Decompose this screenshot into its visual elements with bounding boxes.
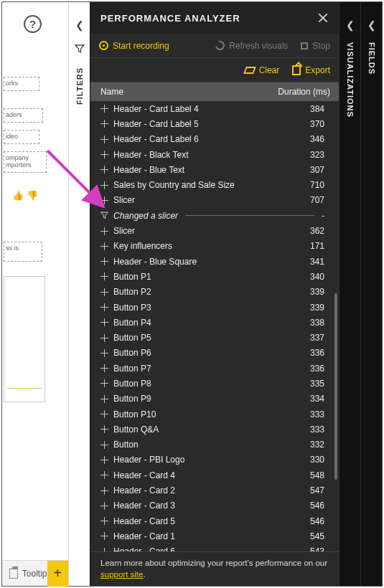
expand-icon[interactable]: [100, 517, 108, 525]
chevron-left-icon[interactable]: ❮: [367, 19, 376, 31]
expand-icon[interactable]: [100, 487, 108, 495]
perf-row[interactable]: Button P5337: [90, 330, 333, 345]
help-icon[interactable]: ?: [24, 15, 42, 33]
expand-icon[interactable]: [100, 379, 108, 387]
support-site-link[interactable]: support site: [100, 570, 143, 579]
expand-icon[interactable]: [100, 303, 108, 311]
perf-row[interactable]: Header - Card 6543: [90, 544, 333, 551]
perf-row[interactable]: Button P10333: [90, 407, 333, 422]
expand-icon[interactable]: [100, 318, 108, 326]
row-name: Button P10: [113, 409, 156, 419]
expand-icon[interactable]: [100, 532, 108, 540]
clear-button[interactable]: Clear: [245, 65, 280, 75]
canvas-object[interactable]: [4, 276, 45, 402]
expand-icon[interactable]: [100, 166, 108, 174]
canvas-object[interactable]: orks: [4, 77, 39, 91]
row-duration: 333: [310, 409, 324, 419]
row-name: Header - Black Text: [113, 150, 189, 160]
perf-row[interactable]: Slicer707: [90, 193, 333, 208]
perf-row[interactable]: Button P4338: [90, 315, 333, 330]
expand-icon[interactable]: [100, 441, 108, 449]
expand-icon[interactable]: [100, 288, 108, 296]
expand-icon[interactable]: [100, 349, 108, 357]
perf-row[interactable]: Button P8335: [90, 376, 333, 391]
expand-icon[interactable]: [100, 395, 108, 403]
perf-row[interactable]: Button332: [90, 437, 333, 452]
perf-row[interactable]: Header - Card 3546: [90, 498, 333, 513]
expand-icon[interactable]: [100, 151, 108, 158]
perf-row[interactable]: Header - Card 1545: [90, 528, 333, 544]
perf-row[interactable]: Button P2339: [90, 285, 333, 300]
scrollbar-thumb[interactable]: [334, 293, 337, 480]
perf-row[interactable]: Header - Blue Text307: [90, 162, 333, 177]
perf-rows-viewport[interactable]: Header - Card Label 4384Header - Card La…: [90, 101, 339, 551]
expand-icon[interactable]: [100, 456, 108, 464]
expand-icon[interactable]: [100, 105, 108, 113]
expand-icon[interactable]: [100, 548, 108, 551]
expand-icon[interactable]: [100, 136, 108, 143]
perf-row[interactable]: Sales by Country and Sale Size710: [90, 177, 333, 192]
perf-row[interactable]: Header - Card Label 4384: [90, 101, 333, 116]
perf-row[interactable]: Header - Card Label 6346: [90, 132, 333, 147]
expand-icon[interactable]: [100, 272, 108, 280]
add-page-button[interactable]: +: [47, 561, 68, 587]
perf-row[interactable]: Header - Black Text323: [90, 147, 333, 162]
perf-row[interactable]: Button P7336: [90, 361, 333, 376]
expand-icon[interactable]: [100, 120, 108, 128]
page-tab-tooltip[interactable]: Tooltip: [22, 569, 47, 579]
refresh-visuals-button[interactable]: Refresh visuals: [215, 41, 288, 51]
row-name: Key influencers: [113, 241, 172, 251]
chevron-left-icon[interactable]: ❮: [346, 19, 355, 31]
perf-row[interactable]: Header - Blue Square341: [90, 254, 333, 269]
perf-table-header: Name Duration (ms): [90, 82, 339, 101]
perf-row[interactable]: Button P1340: [90, 269, 333, 284]
close-icon[interactable]: [317, 12, 329, 24]
row-duration: 333: [310, 425, 324, 435]
perf-row[interactable]: Slicer362: [90, 223, 333, 238]
perf-row[interactable]: Button Q&A333: [90, 422, 333, 437]
canvas-object[interactable]: ss is: [4, 242, 42, 262]
perf-row[interactable]: Header - Card 4548: [90, 468, 333, 483]
expand-icon[interactable]: [100, 364, 108, 372]
feedback-icons[interactable]: 👍 👎: [12, 190, 38, 201]
perf-row[interactable]: Header - Card 5546: [90, 513, 333, 528]
fields-pane-collapsed[interactable]: ❮ FIELDS: [360, 2, 382, 586]
filters-pane-collapsed[interactable]: ❮ FILTERS: [68, 2, 90, 586]
perf-row[interactable]: Button P3339: [90, 300, 333, 315]
row-name: Button: [113, 440, 139, 450]
row-name: Button P7: [113, 364, 151, 374]
perf-row[interactable]: Key influencers171: [90, 239, 333, 254]
perf-row[interactable]: Header - Card Label 5370: [90, 116, 333, 131]
row-name: Header - Card 1: [113, 531, 175, 541]
visualizations-pane-collapsed[interactable]: ❮ VISUALIZATIONS: [339, 2, 360, 586]
start-recording-button[interactable]: Start recording: [99, 41, 169, 51]
row-name: Button P6: [113, 348, 151, 358]
expand-icon[interactable]: [100, 425, 108, 433]
canvas-object[interactable]: aders: [4, 108, 43, 123]
perf-row[interactable]: Button P6336: [90, 346, 333, 361]
expand-icon[interactable]: [100, 410, 108, 418]
row-duration: 547: [310, 485, 324, 495]
expand-icon[interactable]: [100, 196, 108, 204]
row-name: Slicer: [113, 195, 135, 205]
row-name: Button P2: [113, 287, 151, 297]
expand-icon[interactable]: [100, 502, 108, 510]
expand-icon[interactable]: [100, 242, 108, 250]
stop-button[interactable]: Stop: [301, 41, 330, 51]
row-name: Header - Card Label 4: [113, 104, 199, 114]
perf-row[interactable]: Header - PBI Logo330: [90, 452, 333, 468]
export-button[interactable]: Export: [292, 65, 330, 75]
stop-label: Stop: [312, 41, 330, 51]
chevron-left-icon[interactable]: ❮: [75, 19, 84, 31]
expand-icon[interactable]: [100, 334, 108, 342]
canvas-object[interactable]: ideo: [4, 130, 39, 144]
expand-icon[interactable]: [100, 181, 108, 189]
expand-icon[interactable]: [100, 471, 108, 479]
row-name: Header - PBI Logo: [113, 455, 184, 465]
clear-label: Clear: [259, 65, 280, 75]
perf-row[interactable]: Button P9334: [90, 392, 333, 407]
canvas-object[interactable]: ompany mporters: [4, 151, 47, 173]
perf-row[interactable]: Header - Card 2547: [90, 483, 333, 498]
expand-icon[interactable]: [100, 227, 108, 235]
expand-icon[interactable]: [100, 257, 108, 265]
